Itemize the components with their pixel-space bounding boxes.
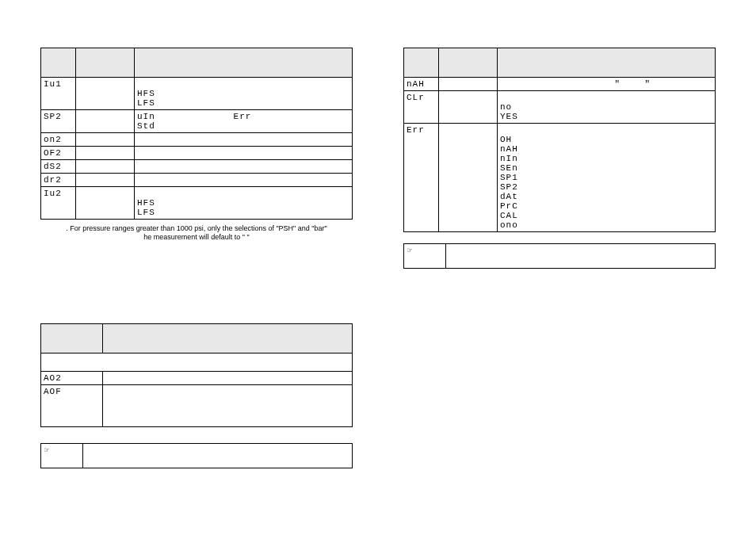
row-opts	[135, 160, 353, 174]
right-table: nAH " " CLr no YES Err OH nAH nIn SEn SP…	[403, 48, 716, 232]
left-table-2-wrap: AO2 AOF ☞	[40, 323, 353, 468]
right-column: nAH " " CLr no YES Err OH nAH nIn SEn SP…	[403, 48, 716, 269]
table-row: Iu1 HFS LFS	[41, 78, 353, 110]
span-cell	[41, 353, 353, 372]
lt2-h1	[41, 324, 103, 353]
rt-h3	[498, 48, 716, 78]
table-row: dS2	[41, 160, 353, 174]
row-mid	[76, 147, 135, 160]
row-opts: no YES	[498, 91, 716, 124]
table-row: SP2 uIn Err Std	[41, 110, 353, 133]
lt1-h1	[41, 48, 76, 78]
row-opts: " "	[498, 78, 716, 91]
row-opts	[135, 174, 353, 187]
row-mid	[439, 78, 498, 91]
table-row: AO2	[41, 372, 353, 385]
row-mid	[76, 187, 135, 220]
left-table-2: AO2 AOF	[40, 323, 353, 427]
row-opts	[103, 385, 353, 427]
table-row: OF2	[41, 147, 353, 160]
row-code: CLr	[404, 91, 439, 124]
row-mid	[439, 124, 498, 232]
left-footnote: . For pressure ranges greater than 1000 …	[40, 224, 353, 243]
row-code: Iu1	[41, 78, 76, 110]
row-opts: HFS LFS	[135, 78, 353, 110]
left-info-bar: ☞	[40, 443, 353, 468]
row-code: OF2	[41, 147, 76, 160]
row-mid	[439, 91, 498, 124]
lt1-h2	[76, 48, 135, 78]
row-mid	[76, 174, 135, 187]
table-row: CLr no YES	[404, 91, 716, 124]
row-mid	[76, 78, 135, 110]
info-bar-text	[83, 444, 353, 468]
table-row: Err OH nAH nIn SEn SP1 SP2 dAt PrC CAL o…	[404, 124, 716, 232]
pointer-icon: ☞	[404, 244, 446, 269]
row-code: dS2	[41, 160, 76, 174]
info-bar-text	[446, 244, 716, 269]
rt-h2	[439, 48, 498, 78]
row-code: SP2	[41, 110, 76, 133]
left-table-1: Iu1 HFS LFS SP2 uIn Err Std on2 OF2	[40, 48, 353, 220]
row-code: nAH	[404, 78, 439, 91]
row-code: Err	[404, 124, 439, 232]
table-row: on2	[41, 133, 353, 147]
lt1-h3	[135, 48, 353, 78]
table-row: Iu2 HFS LFS	[41, 187, 353, 220]
rt-h1	[404, 48, 439, 78]
row-code: dr2	[41, 174, 76, 187]
row-opts	[103, 372, 353, 385]
row-code: Iu2	[41, 187, 76, 220]
page: Iu1 HFS LFS SP2 uIn Err Std on2 OF2	[0, 0, 756, 535]
pointer-icon: ☞	[41, 444, 83, 468]
table-row: AOF	[41, 385, 353, 427]
row-code: AO2	[41, 372, 103, 385]
right-info-bar: ☞	[403, 243, 716, 269]
row-code: AOF	[41, 385, 103, 427]
table-row: dr2	[41, 174, 353, 187]
row-opts	[135, 133, 353, 147]
row-opts	[135, 147, 353, 160]
left-column: Iu1 HFS LFS SP2 uIn Err Std on2 OF2	[40, 48, 353, 243]
lt2-h2	[103, 324, 353, 353]
table-span-row	[41, 353, 353, 372]
row-mid	[76, 133, 135, 147]
table-row: nAH " "	[404, 78, 716, 91]
row-code: on2	[41, 133, 76, 147]
row-opts: HFS LFS	[135, 187, 353, 220]
row-mid	[76, 110, 135, 133]
row-opts: uIn Err Std	[135, 110, 353, 133]
row-opts: OH nAH nIn SEn SP1 SP2 dAt PrC CAL ono	[498, 124, 716, 232]
row-mid	[76, 160, 135, 174]
